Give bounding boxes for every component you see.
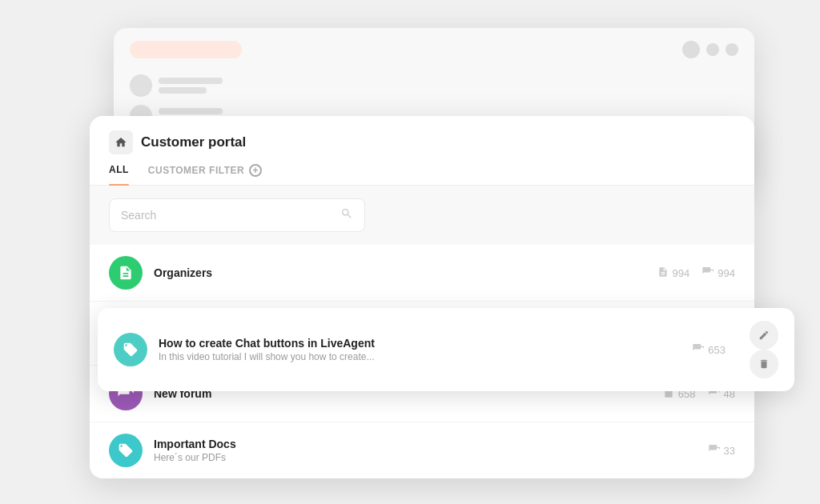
add-filter-icon[interactable]: + [249,164,262,177]
stat-featured-value: 653 [708,344,726,356]
search-container: Search [90,186,754,245]
item-text-important-docs: Important Docs Here´s our PDFs [154,438,697,463]
item-subtitle-chat-buttons: In this video tutorial I will show you h… [159,351,681,362]
browser-dots [682,41,738,58]
scene: Customer portal All CUSTOMER FILTER + Se… [66,28,754,476]
item-subtitle-important-docs: Here´s our PDFs [154,452,697,463]
item-icon-chat-buttons [114,333,147,366]
item-icon-organizers [109,256,143,290]
search-icon [340,207,353,223]
portal-header: Customer portal [90,116,754,154]
chat-icon-docs [709,444,720,458]
item-stats-organizers: 994 994 [657,266,735,280]
chat-icon [702,266,713,280]
featured-card: How to create Chat buttons in LiveAgent … [98,308,794,391]
item-icon-important-docs [109,434,143,467]
list-container: Organizers 994 994 [90,245,754,478]
item-stats-featured: 653 [693,343,726,357]
browser-url-bar [130,41,242,58]
delete-button[interactable] [750,350,778,378]
edit-button[interactable] [750,321,778,350]
item-title-organizers: Organizers [154,266,646,279]
item-stats-important-docs: 33 [709,444,735,458]
browser-control-dot-3 [726,43,738,56]
home-icon [115,136,127,149]
sidebar-circle-1 [130,74,152,97]
tab-all[interactable]: All [109,164,129,185]
stat-docs-chats-value: 33 [724,445,735,457]
item-actions-featured [750,321,778,378]
search-placeholder: Search [121,209,334,222]
list-item-featured-container: How to create Chat buttons in LiveAgent … [90,302,754,366]
sidebar-line [159,87,207,94]
item-text-chat-buttons: How to create Chat buttons in LiveAgent … [159,337,681,362]
doc-icon [657,266,669,280]
portal-tabs: All CUSTOMER FILTER + [90,154,754,186]
list-item: Organizers 994 994 [90,245,754,302]
search-input-wrapper[interactable]: Search [109,198,365,232]
sidebar-line [159,108,223,114]
browser-control-dot-1 [682,41,700,58]
portal-logo [109,130,133,154]
stat-chats-value: 994 [718,267,735,279]
item-title-chat-buttons: How to create Chat buttons in LiveAgent [159,337,681,350]
stat-group-chats: 994 [702,266,735,280]
item-title-important-docs: Important Docs [154,438,697,450]
sidebar-line [159,78,223,84]
browser-control-dot-2 [706,43,719,56]
portal-title: Customer portal [141,134,246,150]
item-text-organizers: Organizers [154,266,646,279]
portal-card: Customer portal All CUSTOMER FILTER + Se… [90,116,754,478]
chat-icon-featured [693,343,704,357]
stat-group-docs-chats: 33 [709,444,735,458]
tab-customer-filter[interactable]: CUSTOMER FILTER + [148,164,262,185]
stat-docs-value: 994 [673,267,690,279]
list-item-important-docs: Important Docs Here´s our PDFs 33 [90,422,754,478]
browser-toolbar [130,41,738,58]
stat-group-featured-chats: 653 [693,343,726,357]
stat-group-docs: 994 [657,266,690,280]
